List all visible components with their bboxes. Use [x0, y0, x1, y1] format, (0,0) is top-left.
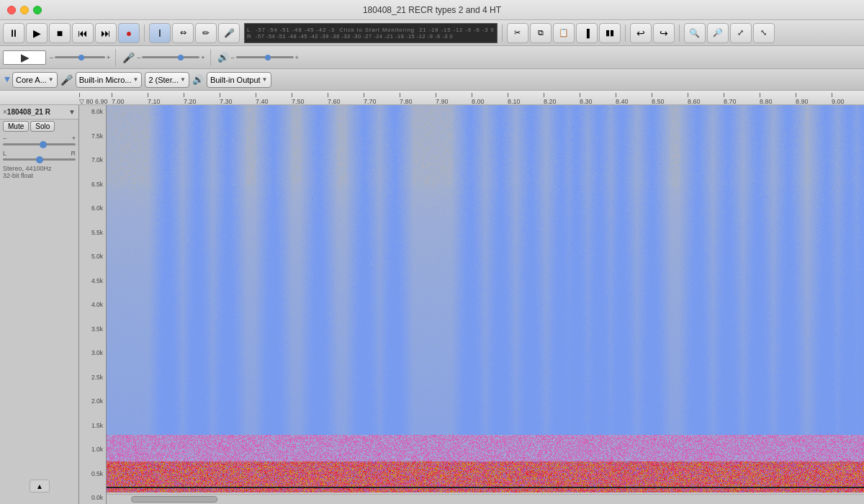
main-content: × 180408_21 R ▼ Mute Solo – + L R	[0, 105, 864, 504]
ruler-marks: ▽ 80 6.90 7.00 7.10 7.20 7.30 7.40 7.50 …	[79, 91, 864, 105]
silence-button[interactable]: ▮▮	[599, 23, 621, 43]
freq-7k: 7.0k	[81, 156, 104, 163]
gain-slider[interactable]	[3, 143, 76, 145]
spectrogram-canvas-container[interactable]	[107, 105, 864, 492]
pan-slider-thumb[interactable]	[36, 156, 43, 163]
track-mute-solo-controls: Mute Solo	[0, 120, 78, 133]
record-button[interactable]: ●	[118, 23, 140, 43]
freq-4k: 4.0k	[81, 301, 104, 308]
freq-4.5k: 4.5k	[81, 277, 104, 284]
gain-minus-label: –	[3, 135, 6, 142]
horizontal-scrollbar[interactable]	[107, 494, 864, 504]
frequency-axis: 8.0k 7.5k 7.0k 6.5k 6.0k 5.5k 5.0k 4.5k …	[79, 105, 107, 504]
vu-L-top: L	[247, 27, 254, 33]
pencil-tool-button[interactable]: ✏	[195, 23, 217, 43]
zoom-in-button[interactable]: 🔍	[684, 23, 706, 43]
minimize-button[interactable]	[20, 6, 29, 14]
pan-right-label: R	[71, 150, 76, 157]
solo-button[interactable]: Solo	[30, 121, 55, 132]
gain-slider-thumb[interactable]	[40, 141, 47, 148]
select-tool-button[interactable]: I	[149, 23, 171, 43]
copy-button[interactable]: ⧉	[530, 23, 552, 43]
paste-button[interactable]: 📋	[553, 23, 575, 43]
freq-6.5k: 6.5k	[81, 181, 104, 188]
freq-3.5k: 3.5k	[81, 325, 104, 333]
redo-button[interactable]: ↪	[653, 23, 675, 43]
ruler-mark: 8.80	[760, 93, 796, 105]
ruler-mark: 9.00	[832, 93, 864, 105]
toolbar-row1: ⏸ ▶ ■ ⏮ ⏭ ● I ⇔ ✏ 🎤 L -57 -54 -51 -48 -4…	[0, 20, 864, 46]
ruler-mark: 8.70	[724, 93, 760, 105]
mic-button[interactable]: 🎤	[218, 23, 240, 43]
play-button[interactable]: ▶	[26, 23, 48, 43]
freq-2k: 2.0k	[81, 397, 104, 405]
timeline-ruler: ▽ 80 6.90 7.00 7.10 7.20 7.30 7.40 7.50 …	[0, 91, 864, 105]
zoom-sel-button[interactable]: ⤡	[753, 23, 775, 43]
ruler-mark: ▽ 80 6.90	[79, 93, 112, 105]
toolbar-row2: ▶ – + 🎤 – + 🔊 – +	[0, 46, 864, 69]
input-device-label: Built-in Micro...	[79, 76, 132, 84]
ruler-mark: 7.00	[112, 93, 148, 105]
input-vol-slider[interactable]	[142, 56, 199, 58]
freq-7.5k: 7.5k	[81, 132, 104, 140]
devicebar: Core A... ▼ 🎤 Built-in Micro... ▼ 2 (Ste…	[0, 69, 864, 91]
track-dropdown-icon[interactable]: ▼	[68, 108, 76, 116]
input-device-select[interactable]: Built-in Micro... ▼	[76, 72, 143, 88]
separator1	[144, 24, 145, 42]
gain-plus-label: +	[72, 135, 76, 142]
maximize-button[interactable]	[33, 6, 42, 14]
speed-minus: –	[50, 54, 53, 61]
core-audio-select[interactable]: Core A... ▼	[12, 72, 58, 88]
input-channels-select[interactable]: 2 (Ster... ▼	[145, 72, 189, 88]
freq-6k: 6.0k	[81, 204, 104, 212]
stop-button[interactable]: ■	[49, 23, 71, 43]
track-name-label: 180408_21 R	[7, 108, 68, 116]
input-channels-label: 2 (Ster...	[148, 76, 179, 84]
track-expand-button[interactable]: ▲	[30, 480, 50, 492]
ruler-mark: 8.40	[616, 93, 652, 105]
vu-bottom-scale: -57 -54 -51 -48 -45 -42 -39 -36 -33 -30 …	[256, 33, 453, 40]
speed-plus: +	[107, 54, 110, 61]
separator4	[679, 24, 680, 42]
vu-bottom-row: R -57 -54 -51 -48 -45 -42 -39 -36 -33 -3…	[247, 33, 495, 40]
window-controls	[7, 6, 42, 14]
separator2	[502, 24, 503, 42]
core-audio-label: Core A...	[16, 76, 47, 84]
output-speaker-icon: 🔊	[217, 52, 229, 63]
close-button[interactable]	[7, 6, 16, 14]
output-device-chevron: ▼	[262, 76, 268, 83]
ruler-mark: 7.50	[292, 93, 328, 105]
output-device-select[interactable]: Built-in Output ▼	[207, 72, 271, 88]
forward-button[interactable]: ⏭	[95, 23, 117, 43]
undo-button[interactable]: ↩	[630, 23, 652, 43]
freq-5k: 5.0k	[81, 253, 104, 260]
output-vol-slider[interactable]	[236, 56, 294, 58]
freq-1k: 1.0k	[81, 446, 104, 453]
zoom-fit-button[interactable]: ⤢	[730, 23, 752, 43]
track-header: × 180408_21 R ▼	[0, 105, 78, 120]
track-gain-control: – +	[0, 133, 78, 148]
spectrogram-canvas[interactable]	[107, 105, 864, 492]
play-speed-display: ▶	[3, 50, 46, 65]
pause-button[interactable]: ⏸	[3, 23, 24, 43]
output-vol-minus: –	[231, 54, 235, 61]
trim-button[interactable]: ▐	[576, 23, 598, 43]
scrollbar-thumb[interactable]	[131, 496, 217, 503]
input-channels-chevron: ▼	[180, 76, 186, 83]
rewind-button[interactable]: ⏮	[72, 23, 94, 43]
mic-icon: 🎤	[60, 74, 73, 86]
spectrogram-area[interactable]: 8.0k 7.5k 7.0k 6.5k 6.0k 5.5k 5.0k 4.5k …	[79, 105, 864, 504]
speed-slider[interactable]	[55, 56, 105, 58]
ruler-mark: 8.60	[688, 93, 724, 105]
ruler-mark: 7.80	[400, 93, 436, 105]
cut-button[interactable]: ✂	[507, 23, 528, 43]
track-sample-rate: Stereo, 44100Hz	[3, 165, 76, 172]
zoom-out-button[interactable]: 🔎	[707, 23, 729, 43]
ruler-mark: 7.40	[256, 93, 292, 105]
pan-slider[interactable]	[3, 158, 76, 161]
track-panel: × 180408_21 R ▼ Mute Solo – + L R	[0, 105, 79, 504]
freq-2.5k: 2.5k	[81, 374, 104, 381]
time-tool-button[interactable]: ⇔	[172, 23, 194, 43]
mute-button[interactable]: Mute	[3, 121, 29, 132]
vu-top-scale: -57 -54 -51 -48 -45 -42 -3 Click to Star…	[256, 27, 495, 33]
